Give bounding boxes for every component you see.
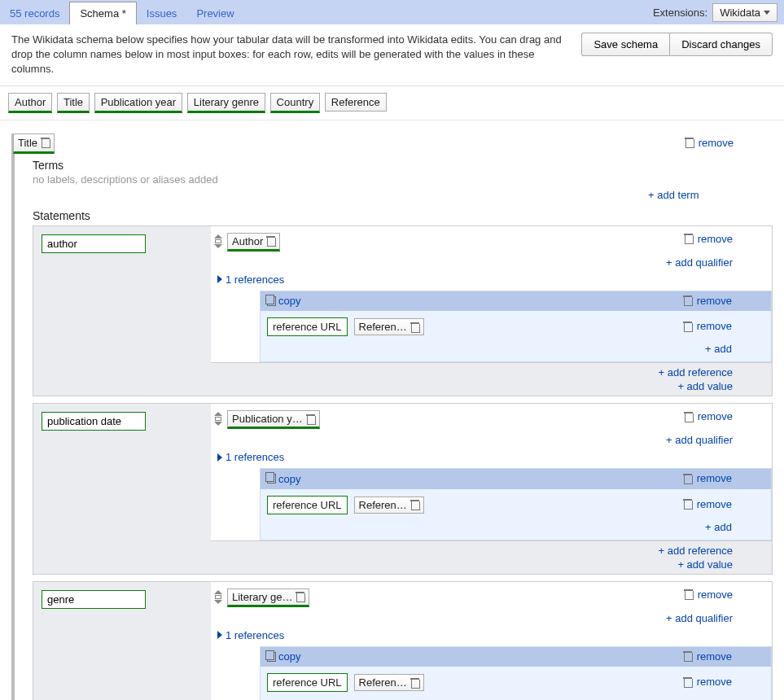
copy-reference-link[interactable]: copy <box>267 473 300 485</box>
reference-value-chip[interactable]: Referen… <box>354 674 424 691</box>
save-schema-button[interactable]: Save schema <box>581 33 669 56</box>
column-chip-country[interactable]: Country <box>270 93 321 113</box>
remove-reference-link[interactable]: remove <box>697 650 732 663</box>
item-subject-label: Title <box>18 137 37 149</box>
value-chip-label: Author <box>232 235 263 247</box>
remove-value-link[interactable]: remove <box>698 410 733 422</box>
trash-icon[interactable] <box>685 138 694 147</box>
discard-changes-button[interactable]: Discard changes <box>669 33 773 56</box>
reference-value-label: Referen… <box>359 676 407 689</box>
copy-reference-link[interactable]: copy <box>267 295 300 307</box>
trash-icon[interactable] <box>296 592 304 602</box>
statements-heading: Statements <box>33 209 773 222</box>
column-chip-pubyear[interactable]: Publication year <box>94 93 183 113</box>
property-input[interactable] <box>42 590 146 609</box>
trash-icon[interactable] <box>683 677 692 687</box>
rank-selector[interactable] <box>212 412 224 426</box>
add-value-link[interactable]: add value <box>687 380 733 392</box>
trash-icon[interactable] <box>683 651 692 661</box>
extensions-dropdown[interactable]: Wikidata <box>712 3 777 22</box>
column-chips-row: Author Title Publication year Literary g… <box>0 86 784 120</box>
trash-icon[interactable] <box>683 474 692 483</box>
trash-icon[interactable] <box>684 589 693 599</box>
add-snak-link[interactable]: add <box>714 343 732 355</box>
trash-icon[interactable] <box>410 322 419 332</box>
trash-icon[interactable] <box>683 499 692 509</box>
add-reference-link[interactable]: add reference <box>668 366 733 378</box>
tab-preview[interactable]: Preview <box>186 2 243 24</box>
trash-icon[interactable] <box>683 322 692 331</box>
add-term-link[interactable]: add term <box>657 189 699 201</box>
remove-value-link[interactable]: remove <box>698 588 733 601</box>
references-toggle[interactable]: 1 references <box>211 269 772 291</box>
reference-property-input[interactable]: reference URL <box>267 317 348 336</box>
property-input[interactable] <box>42 234 146 253</box>
copy-reference-link[interactable]: copy <box>267 650 300 663</box>
reference-block: copy remove reference URL Referen… <box>260 646 772 700</box>
add-snak-link[interactable]: add <box>714 521 732 533</box>
rank-selector[interactable] <box>212 590 224 604</box>
reference-value-label: Referen… <box>359 321 407 333</box>
remove-snak-link[interactable]: remove <box>697 676 732 688</box>
statement: Literary ge… remove + add qualifier 1 re… <box>33 581 773 700</box>
trash-icon[interactable] <box>684 412 693 422</box>
remove-snak-link[interactable]: remove <box>697 320 732 332</box>
references-count: 1 references <box>226 451 284 463</box>
column-chip-title[interactable]: Title <box>57 93 90 113</box>
value-chip[interactable]: Literary ge… <box>227 588 309 607</box>
references-count: 1 references <box>226 273 284 286</box>
reference-block: copy remove reference URL Referen… <box>260 291 772 363</box>
add-qualifier-link[interactable]: add qualifier <box>675 434 733 446</box>
property-input[interactable] <box>42 412 146 431</box>
trash-icon[interactable] <box>306 414 315 424</box>
reference-value-chip[interactable]: Referen… <box>354 497 424 514</box>
remove-reference-link[interactable]: remove <box>697 295 732 307</box>
tab-bar: 55 records Schema * Issues Preview Exten… <box>0 0 784 24</box>
value-chip[interactable]: Author <box>227 233 280 252</box>
trash-icon[interactable] <box>266 236 275 246</box>
copy-icon <box>267 474 276 483</box>
column-chip-author[interactable]: Author <box>8 93 52 113</box>
tab-schema[interactable]: Schema * <box>69 2 136 24</box>
tab-issues[interactable]: Issues <box>137 2 187 24</box>
chevron-down-icon <box>764 11 770 15</box>
trash-icon[interactable] <box>41 138 50 147</box>
triangle-right-icon <box>217 631 222 639</box>
statement: Author remove + add qualifier 1 referenc… <box>33 225 773 397</box>
extensions-label: Extensions: <box>653 7 707 19</box>
references-count: 1 references <box>226 629 284 641</box>
remove-value-link[interactable]: remove <box>698 233 733 245</box>
schema-item: Title remove Terms no labels, descriptio… <box>11 133 773 700</box>
remove-reference-link[interactable]: remove <box>697 472 732 484</box>
statement: Publication y… remove + add qualifier 1 … <box>33 403 773 575</box>
trash-icon[interactable] <box>410 500 419 510</box>
add-reference-link[interactable]: add reference <box>668 545 733 557</box>
trash-icon[interactable] <box>683 295 692 305</box>
references-toggle[interactable]: 1 references <box>211 446 772 468</box>
value-chip-label: Publication y… <box>232 413 303 425</box>
references-toggle[interactable]: 1 references <box>211 624 772 646</box>
remove-snak-link[interactable]: remove <box>697 498 732 510</box>
column-chip-reference[interactable]: Reference <box>325 93 387 112</box>
reference-block: copy remove reference URL Referen… <box>260 468 772 540</box>
reference-property-input[interactable]: reference URL <box>267 673 348 692</box>
add-qualifier-link[interactable]: add qualifier <box>675 612 733 624</box>
copy-icon <box>267 296 276 306</box>
remove-item-link[interactable]: remove <box>699 137 734 149</box>
extensions-dropdown-value: Wikidata <box>720 7 760 19</box>
trash-icon[interactable] <box>684 234 693 243</box>
rank-selector[interactable] <box>212 234 224 248</box>
value-chip[interactable]: Publication y… <box>227 410 320 429</box>
column-chip-genre[interactable]: Literary genre <box>187 93 265 113</box>
add-value-link[interactable]: add value <box>687 558 733 571</box>
reference-value-chip[interactable]: Referen… <box>354 318 424 335</box>
value-chip-label: Literary ge… <box>232 591 292 603</box>
tab-records[interactable]: 55 records <box>0 2 69 24</box>
copy-icon <box>267 652 276 662</box>
terms-heading: Terms <box>33 159 773 172</box>
add-qualifier-link[interactable]: add qualifier <box>675 256 733 269</box>
item-subject-chip[interactable]: Title <box>13 133 55 154</box>
reference-property-input[interactable]: reference URL <box>267 496 348 514</box>
trash-icon[interactable] <box>410 678 419 688</box>
reference-value-label: Referen… <box>359 499 407 511</box>
